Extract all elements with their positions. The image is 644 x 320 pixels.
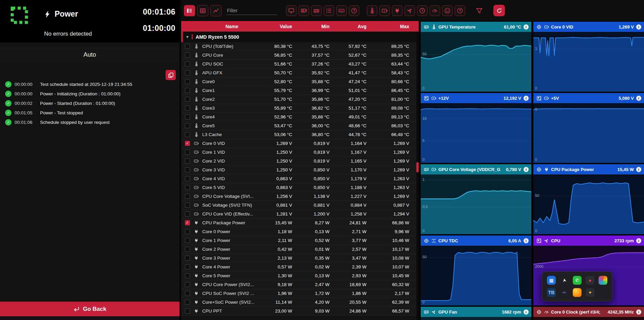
view-graphs-button[interactable] [210,5,222,16]
row-checkbox[interactable] [185,106,190,111]
row-checkbox[interactable] [185,185,190,190]
keyboard-devices-button[interactable] [336,5,347,16]
row-checkbox[interactable] [185,273,190,278]
graph-plus5v[interactable]: +5V 5,080 V i 50 [533,93,644,163]
row-checkbox[interactable] [185,61,190,67]
row-checkbox[interactable] [185,247,190,252]
row-checkbox[interactable] [185,167,190,172]
row-checkbox[interactable] [185,53,190,58]
power-filter-button[interactable] [392,5,402,16]
table-row[interactable]: Core 4 VID 0,863 V 0,850 V 1,179 V 1,263… [181,174,419,183]
graph-cpu-package-power[interactable]: CPU Package Power 15,45 W i 500 [533,164,644,234]
row-checkbox[interactable] [185,194,190,199]
info-icon[interactable]: i [636,96,641,101]
whatsapp-icon[interactable]: ✆ [573,276,582,285]
row-checkbox[interactable] [185,88,190,93]
table-row[interactable]: Core 0 Power 1,18 W 0,13 W 2,71 W 9,96 W [181,227,419,236]
row-checkbox[interactable]: ✓ [185,141,190,146]
usage-filter-button[interactable] [430,5,440,16]
row-checkbox[interactable] [185,132,190,137]
table-scrollbar[interactable] [416,32,419,320]
graph-core0-vid[interactable]: Core 0 VID 1,269 V i 10 [533,22,644,92]
row-checkbox[interactable] [185,291,190,296]
table-row[interactable]: Core 3 VID 1,250 V 0,850 V 1,170 V 1,269… [181,166,419,174]
photos-app-icon[interactable] [599,276,607,285]
clock-filter-button[interactable] [417,5,428,16]
table-row[interactable]: L3 Cache 53,06 °C 36,80 °C 44,78 °C 66,4… [181,130,419,139]
table-row[interactable]: CPU SOC 51,66 °C 37,26 °C 43,27 °C 63,44… [181,60,419,69]
table-scrollbar-thumb[interactable] [416,162,419,172]
table-row[interactable]: CPU PPT 23,00 W 9,03 W 24,86 W 66,57 W [181,307,419,316]
row-checkbox[interactable] [185,300,190,305]
table-row[interactable]: CPU Core Voltage (SVI... 1,256 V 1,138 V… [181,192,419,201]
row-checkbox[interactable] [185,44,190,49]
app-window-icon[interactable]: ▦ [547,276,556,285]
display-devices-button[interactable] [286,5,297,16]
table-row[interactable]: Core 2 VID 1,250 V 0,819 V 1,165 V 1,269… [181,157,419,166]
table-row[interactable]: ✓ Core 0 VID 1,269 V 0,819 V 1,164 V 1,2… [181,139,419,148]
row-checkbox[interactable] [185,97,190,102]
other-filter-button[interactable]: ? [455,5,465,16]
table-row[interactable]: Core+SoC Power (SVI2... 11,14 W 4,20 W 2… [181,298,419,307]
table-row[interactable]: Core3 55,89 °C 36,82 °C 51,17 °C 89,08 °… [181,104,419,113]
row-checkbox[interactable] [185,203,190,208]
table-row[interactable]: APU GFX 50,70 °C 35,92 °C 41,47 °C 58,43… [181,69,419,77]
badge-app-icon[interactable]: ✦ [586,288,594,297]
table-row[interactable]: Core 1 VID 1,250 V 0,819 V 1,167 V 1,269… [181,148,419,157]
info-icon[interactable]: i [636,309,641,315]
info-icon[interactable]: i [636,238,641,243]
graph-core0-clock[interactable]: Core 0 Clock (perf #3/4; 4242,35 MHz i [533,307,644,320]
list-devices-button[interactable] [324,5,334,16]
table-row[interactable]: CPU Core 56,85 °C 37,57 °C 52,67 °C 89,3… [181,51,419,60]
row-checkbox[interactable] [185,229,190,234]
table-row[interactable]: Core5 53,47 °C 36,00 °C 48,66 °C 86,03 °… [181,121,419,130]
table-row[interactable]: CPU Core VID (Effectiv... 1,281 V 1,200 … [181,210,419,219]
graph-gpu-temperature[interactable]: GPU Temperature 61,00 °C i 500 [421,22,531,92]
info-icon[interactable]: i [524,96,529,101]
table-row[interactable]: SoC Voltage (SVI2 TFN) 0,881 V 0,881 V 0… [181,201,419,210]
table-row[interactable]: Core 3 Power 2,13 W 0,35 W 3,47 W 10,08 … [181,254,419,263]
table-row[interactable]: Core 5 Power 1,30 W 0,13 W 2,93 W 10,45 … [181,271,419,280]
sensor-group-row[interactable]: ▾ AMD Ryzen 5 5500 [181,32,419,42]
view-table-button[interactable] [197,5,208,16]
info-icon[interactable]: i [524,167,529,172]
firefox-icon[interactable] [573,288,582,297]
table-row[interactable]: Core0 52,80 °C 35,88 °C 47,24 °C 80,66 °… [181,77,419,86]
recorder-app-icon[interactable]: ● [586,276,594,285]
cursor-icon[interactable]: ➤ [559,275,569,285]
row-checkbox[interactable] [185,256,190,261]
collapse-caret-icon[interactable]: ▾ [186,34,189,39]
table-row[interactable]: Core 2 Power 0,42 W 0,01 W 2,57 W 10,17 … [181,245,419,254]
row-checkbox[interactable] [185,238,190,243]
row-checkbox[interactable] [185,211,190,217]
info-icon[interactable]: i [524,309,529,315]
row-checkbox[interactable]: ✓ [185,220,190,225]
go-back-button[interactable]: Go Back [0,302,179,316]
row-checkbox[interactable] [185,264,190,269]
memory-devices-button[interactable] [311,5,322,16]
info-icon[interactable]: i [524,238,529,243]
reset-button[interactable] [493,5,505,16]
table-row[interactable]: CPU (Tctl/Tdie) 80,38 °C 43,75 °C 57,92 … [181,42,419,51]
info-icon[interactable]: i [524,24,529,30]
view-details-button[interactable] [184,5,195,16]
gpu-devices-button[interactable] [299,5,309,16]
info-icon[interactable]: i [636,167,641,172]
table-row[interactable]: CPU SoC Power (SVI2 ... 1,96 W 1,72 W 1,… [181,289,419,298]
table-row[interactable]: ✓ CPU Package Power 15,45 W 8,27 W 24,81… [181,219,419,227]
tb-app-icon[interactable]: TB [547,288,556,297]
table-row[interactable]: Core2 51,70 °C 35,86 °C 47,20 °C 81,00 °… [181,95,419,104]
row-checkbox[interactable] [185,123,190,128]
row-checkbox[interactable] [185,79,190,84]
row-checkbox[interactable] [185,282,190,287]
fan-filter-button[interactable] [404,5,415,16]
help-button[interactable]: ? [349,5,359,16]
table-row[interactable]: CPU Core Power (SVI2... 9,18 W 2,47 W 18… [181,280,419,289]
row-checkbox[interactable] [185,150,190,155]
table-row[interactable]: Core 1 Power 2,11 W 0,52 W 3,77 W 10,46 … [181,236,419,245]
temperature-filter-button[interactable] [367,5,377,16]
row-checkbox[interactable] [185,70,190,75]
graph-gpu-core-voltage[interactable]: GPU Core Voltage (VDDCR_G 0,780 V i 10,5… [421,164,531,234]
table-row[interactable]: Core1 55,79 °C 36,99 °C 51,01 °C 86,45 °… [181,86,419,95]
graph-cpu-tdc[interactable]: CPU TDC 6,05 A i 500 [421,236,531,305]
